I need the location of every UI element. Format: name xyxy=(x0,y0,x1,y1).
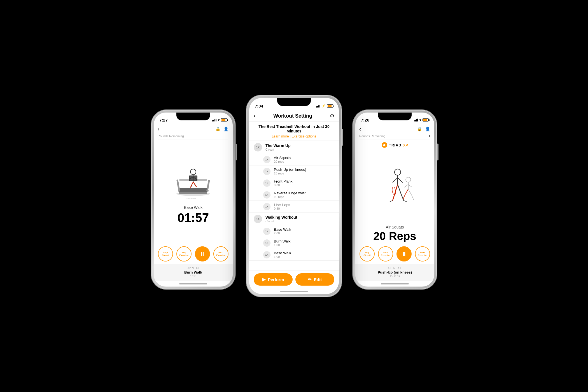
circuit-badge: 1X xyxy=(254,215,262,223)
exercise-info: Front Plank 0:30 xyxy=(274,179,292,187)
right-rounds-value: 1 xyxy=(428,134,430,138)
svg-line-24 xyxy=(398,184,401,193)
circuit-info: Walking Workout Circuit xyxy=(265,215,297,223)
air-squats-illustration xyxy=(355,148,434,225)
right-signal-icon xyxy=(414,118,418,121)
left-pause-button[interactable]: ⏸ xyxy=(195,246,210,262)
exercise-item[interactable]: 1X Burn Walk 1:00 xyxy=(249,237,339,249)
exercise-badge: 1X xyxy=(263,191,270,199)
right-rounds-label: Rounds Remaining xyxy=(359,134,386,137)
right-back-button[interactable]: ‹ xyxy=(359,126,361,132)
center-gear-button[interactable]: ⚙ xyxy=(330,113,334,119)
exercise-badge: 1X xyxy=(263,239,270,247)
left-rounds-label: Rounds Remaining xyxy=(158,134,184,137)
right-skip-circuit-button[interactable]: Skip Circuit xyxy=(360,246,375,262)
center-home-indicator xyxy=(249,288,339,294)
left-next-exercise-button[interactable]: Next Exercise xyxy=(213,246,228,262)
active-workout-screen: 7:27 ▾ ‹ 🔒 xyxy=(154,113,233,287)
left-nav: ‹ 🔒 👤 xyxy=(154,124,233,133)
center-edit-button[interactable]: ✏ Edit xyxy=(295,273,334,286)
lock-icon: 🔒 xyxy=(215,126,221,131)
svg-line-32 xyxy=(408,184,412,187)
exercise-item[interactable]: 1X Base Walk 2:00 xyxy=(249,225,339,237)
left-up-next-label: UP NEXT xyxy=(158,267,229,270)
right-skip-exercise-button[interactable]: Skip Exercise xyxy=(378,246,393,262)
right-time: 7:26 xyxy=(361,118,369,122)
left-wifi-icon: ▾ xyxy=(218,118,220,122)
left-rounds-value: 1 xyxy=(227,134,229,138)
center-header: ‹ Workout Setting ⚙ xyxy=(249,110,339,122)
center-workout-list: 1X The Warm Up Circuit 1X Air Squats 20 … xyxy=(249,141,339,270)
left-up-next: UP NEXT Burn Walk 1:00 xyxy=(154,264,233,281)
exercise-item[interactable]: 1X Air Squats 20 reps xyxy=(249,154,339,165)
center-title: Workout Setting xyxy=(273,113,312,119)
right-up-next-detail: 15 reps xyxy=(359,274,430,278)
left-notch xyxy=(176,113,210,120)
right-pause-button[interactable]: ⏸ xyxy=(396,246,412,262)
left-up-next-detail: 1:00 xyxy=(158,274,229,278)
svg-line-25 xyxy=(401,193,404,200)
svg-text:GYMVISUAL: GYMVISUAL xyxy=(185,198,197,200)
exercise-info: Base Walk 1:00 xyxy=(274,251,291,258)
center-promo-links[interactable]: Learn more | Exercise options xyxy=(254,134,334,138)
right-exercise-name: Air Squats xyxy=(355,225,434,230)
center-wifi-icon: ⚡ xyxy=(322,104,326,108)
exercise-detail: 0:30 xyxy=(274,183,292,187)
right-wifi-icon: ▾ xyxy=(419,118,421,122)
right-control-buttons: Skip Circuit Skip Exercise ⏸ Next Exerci… xyxy=(355,244,434,264)
exercise-badge: 1X xyxy=(263,203,270,210)
exercise-item[interactable]: 1X Base Walk 1:00 xyxy=(249,249,339,261)
svg-point-9 xyxy=(190,169,196,175)
left-back-button[interactable]: ‹ xyxy=(158,126,160,132)
svg-line-15 xyxy=(190,182,193,188)
center-time: 7:04 xyxy=(255,104,263,108)
exercise-detail: 10 reps xyxy=(274,195,305,199)
treadmill-illustration: GYMVISUAL xyxy=(171,159,216,204)
exercise-badge: 1X xyxy=(263,179,270,187)
circuit-badge: 1X xyxy=(254,143,262,151)
right-up-next-name: Push-Up (on knees) xyxy=(359,270,430,274)
right-home-indicator xyxy=(355,281,434,287)
circuit-info: The Warm Up Circuit xyxy=(265,143,291,151)
center-bottom-buttons: ▶ Perform ✏ Edit xyxy=(249,270,339,288)
circuit-header: 1X The Warm Up Circuit xyxy=(249,141,339,154)
circuit-header: 1X Walking Workout Circuit xyxy=(249,213,339,225)
svg-line-21 xyxy=(398,178,403,182)
svg-point-28 xyxy=(392,186,396,195)
right-phone: 7:26 ▾ ‹ 🔒 xyxy=(353,110,437,289)
left-exercise-timer: 01:57 xyxy=(178,211,209,225)
triad-logo: ⬟ TRIAD XP xyxy=(355,140,434,148)
exercise-info: Air Squats 20 reps xyxy=(274,156,291,163)
center-perform-button[interactable]: ▶ Perform xyxy=(254,273,293,286)
exercise-badge: 1X xyxy=(263,156,270,163)
profile-icon: 👤 xyxy=(223,126,229,131)
exercise-detail: 1:00 xyxy=(274,243,290,247)
exercise-item[interactable]: 1X Front Plank 0:30 xyxy=(249,177,339,189)
left-skip-exercise-button[interactable]: Skip Exercise xyxy=(176,246,192,262)
left-status-icons: ▾ xyxy=(212,118,227,122)
svg-line-35 xyxy=(408,189,412,195)
edit-label: Edit xyxy=(314,277,322,282)
center-exercise-options-link[interactable]: Exercise options xyxy=(292,134,316,138)
exercise-name: Base Walk xyxy=(274,227,291,232)
exercise-name: Line Hops xyxy=(274,203,290,207)
left-skip-circuit-button[interactable]: Skip Circuit xyxy=(158,246,173,262)
center-phone: 7:04 ⚡ ‹ Workout Setting ⚙ xyxy=(246,95,342,297)
circuit-type: Circuit xyxy=(265,148,291,151)
left-nav-icons: 🔒 👤 xyxy=(215,126,229,131)
exercise-name: Front Plank xyxy=(274,179,292,183)
right-nav: ‹ 🔒 👤 xyxy=(355,124,434,133)
right-next-exercise-button[interactable]: Next Exercise xyxy=(415,246,430,262)
exercise-item[interactable]: 1X Reverse lunge twist 10 reps xyxy=(249,189,339,201)
exercise-item[interactable]: 1X Line Hops 0:30 xyxy=(249,201,339,213)
right-up-next-label: UP NEXT xyxy=(359,267,430,270)
exercise-item[interactable]: 1X Push-Up (on knees) 15 reps xyxy=(249,165,339,177)
svg-line-26 xyxy=(390,200,393,201)
phones-container: 7:27 ▾ ‹ 🔒 xyxy=(0,0,588,392)
center-back-button[interactable]: ‹ xyxy=(254,112,256,120)
left-up-next-name: Burn Walk xyxy=(158,270,229,274)
center-learn-more-link[interactable]: Learn more xyxy=(272,134,289,138)
center-promo: The Best Treadmill Workout in Just 30 Mi… xyxy=(249,122,339,141)
right-phone-screen: 7:26 ▾ ‹ 🔒 xyxy=(355,113,434,287)
left-home-indicator xyxy=(154,281,233,287)
